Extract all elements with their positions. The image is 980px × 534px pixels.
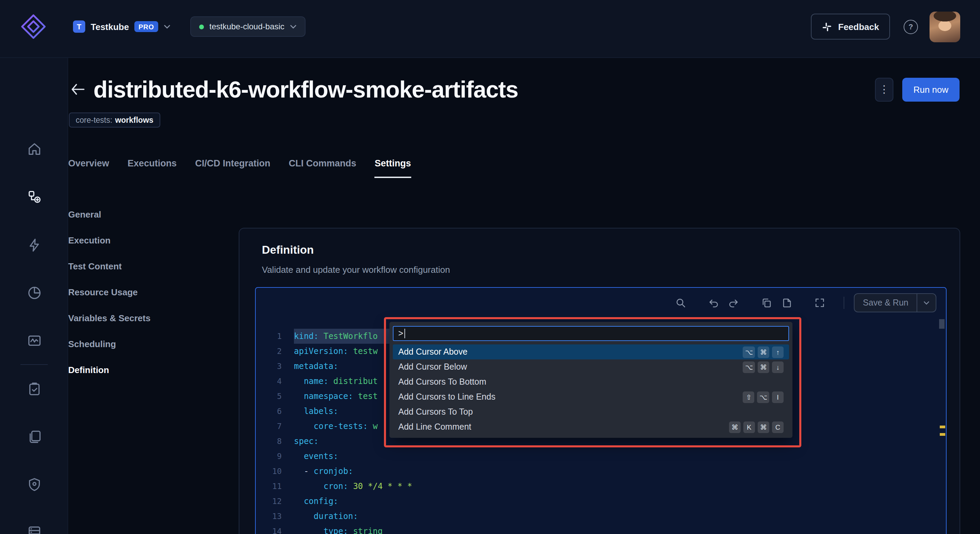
redo-button[interactable]: [728, 297, 740, 309]
code-token: name:: [304, 377, 328, 386]
settings-nav-item-definition[interactable]: Definition: [68, 363, 150, 377]
overview-ruler-mark: [940, 433, 945, 436]
settings-nav-item-scheduling[interactable]: Scheduling: [68, 337, 150, 351]
more-actions-button[interactable]: ⋮: [875, 78, 893, 101]
code-token: TestWorkflo: [318, 331, 377, 341]
shield-icon: [26, 476, 42, 492]
line-number: 11: [256, 479, 282, 494]
code-line-13[interactable]: 13 duration:: [256, 509, 946, 524]
line-number: 7: [256, 419, 282, 434]
settings-nav-item-test-content[interactable]: Test Content: [68, 259, 150, 273]
sidebar-item-shield[interactable]: [20, 470, 48, 499]
search-button[interactable]: [675, 297, 687, 309]
environment-selector[interactable]: testkube-cloud-basic: [190, 16, 305, 37]
environment-status-dot: [199, 24, 204, 29]
testkube-logo[interactable]: [19, 12, 48, 41]
sidebar-item-clipboard-check[interactable]: [20, 374, 48, 403]
command-query: >: [398, 329, 403, 338]
back-button[interactable]: [71, 82, 86, 97]
code-token: kind:: [294, 331, 318, 341]
plan-badge: PRO: [134, 21, 158, 32]
user-avatar[interactable]: [929, 11, 960, 42]
sidebar-item-activity[interactable]: [20, 326, 48, 354]
command-item-add-cursor-below[interactable]: Add Cursor Below⌥⌘↓: [393, 359, 789, 374]
code-token: labels:: [304, 407, 338, 416]
key-cap: I: [772, 391, 784, 403]
settings-nav-item-resource-usage[interactable]: Resource Usage: [68, 285, 150, 299]
command-item-add-cursors-to-line-ends[interactable]: Add Cursors to Line Ends⇧⌥I: [393, 389, 789, 404]
lightning-icon: [26, 237, 42, 253]
undo-button[interactable]: [708, 297, 720, 309]
line-number: 9: [256, 449, 282, 464]
code-line-10[interactable]: 10 - cronjob:: [256, 464, 946, 479]
line-number: 1: [256, 329, 282, 344]
settings-nav-item-variables-secrets[interactable]: Variables & Secrets: [68, 311, 150, 325]
line-number: 14: [256, 524, 282, 534]
chevron-down-icon[interactable]: [917, 301, 935, 305]
tab-executions[interactable]: Executions: [127, 158, 177, 178]
command-item-shortcut: ⌥⌘↑: [743, 346, 784, 358]
overview-ruler-mark: [940, 426, 945, 428]
command-palette-input[interactable]: >: [393, 326, 789, 341]
toolbar-divider: [844, 297, 845, 309]
code-token: distribut: [328, 377, 378, 386]
code-token: [294, 451, 304, 461]
run-now-button[interactable]: Run now: [902, 78, 959, 101]
editor-toolbar: Save & Run: [256, 288, 946, 318]
command-item-add-line-comment[interactable]: Add Line Comment⌘K⌘C: [393, 420, 789, 434]
line-number: 3: [256, 359, 282, 374]
scrollbar-thumb[interactable]: [939, 319, 945, 329]
sidebar-item-lightning[interactable]: [20, 230, 48, 259]
code-token: [294, 482, 324, 491]
tab-ci-cd-integration[interactable]: CI/CD Integration: [195, 158, 270, 178]
code-token: namespace:: [304, 391, 353, 401]
command-palette: > Add Cursor Above⌥⌘↑Add Cursor Below⌥⌘↓…: [390, 322, 792, 438]
code-token: -: [294, 466, 314, 476]
command-item-label: Add Cursors To Top: [398, 407, 473, 417]
settings-nav: GeneralExecutionTest ContentResource Usa…: [68, 207, 150, 377]
command-item-add-cursor-above[interactable]: Add Cursor Above⌥⌘↑: [393, 345, 789, 359]
settings-nav-item-general[interactable]: General: [68, 207, 150, 222]
tab-settings[interactable]: Settings: [375, 158, 411, 178]
page-header: distributed-k6-workflow-smoke-artifacts …: [71, 76, 959, 102]
tab-cli-commands[interactable]: CLI Commands: [289, 158, 356, 178]
command-item-shortcut: ⌘K⌘C: [729, 421, 784, 433]
code-token: type:: [324, 526, 348, 534]
expand-button[interactable]: [814, 297, 826, 309]
code-token: [294, 377, 304, 386]
code-token: w: [368, 421, 378, 431]
code-token: [294, 407, 304, 416]
sidebar-item-pie-chart[interactable]: [20, 278, 48, 307]
copy-button[interactable]: [761, 297, 773, 309]
code-token: string: [348, 526, 383, 534]
feedback-button[interactable]: Feedback: [811, 14, 890, 40]
key-cap: ⌥: [743, 346, 755, 358]
code-line-11[interactable]: 11 cron: 30 */4 * * *: [256, 479, 946, 494]
key-cap: ↑: [772, 346, 784, 358]
file-button[interactable]: [781, 297, 794, 309]
code-token: 30 */4 * * *: [348, 482, 412, 491]
command-item-add-cursors-to-top[interactable]: Add Cursors To Top: [393, 404, 789, 420]
code-line-9[interactable]: 9 events:: [256, 449, 946, 464]
sidebar-item-home[interactable]: [20, 134, 48, 163]
yaml-editor[interactable]: Save & Run 1kind: TestWorkflo2apiVersion…: [255, 287, 947, 534]
code-line-12[interactable]: 12 config:: [256, 494, 946, 509]
save-and-run-button[interactable]: Save & Run: [854, 293, 936, 312]
line-number: 2: [256, 344, 282, 359]
sidebar-item-add-workflow[interactable]: [20, 182, 48, 211]
help-button[interactable]: ?: [904, 19, 918, 34]
settings-nav-item-execution[interactable]: Execution: [68, 233, 150, 248]
environment-name: testkube-cloud-basic: [209, 22, 285, 31]
workspace-selector[interactable]: T Testkube PRO: [73, 21, 170, 33]
line-number: 13: [256, 509, 282, 524]
sidebar-item-server[interactable]: [20, 518, 48, 534]
code-token: [294, 391, 304, 401]
command-item-add-cursors-to-bottom[interactable]: Add Cursors To Bottom: [393, 374, 789, 389]
sidebar-item-copies[interactable]: [20, 422, 48, 451]
key-cap: ⇧: [743, 391, 755, 403]
tab-overview[interactable]: Overview: [68, 158, 109, 178]
code-line-14[interactable]: 14 type: string: [256, 524, 946, 534]
code-token: config:: [304, 496, 338, 506]
command-item-label: Add Cursors to Line Ends: [398, 392, 495, 402]
command-list: Add Cursor Above⌥⌘↑Add Cursor Below⌥⌘↓Ad…: [393, 345, 789, 434]
